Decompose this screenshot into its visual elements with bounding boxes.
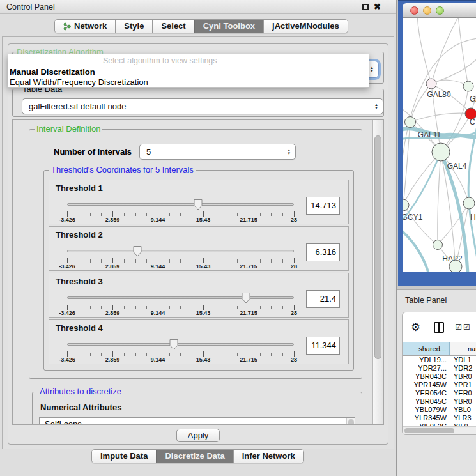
tick-label: 2.859 — [105, 263, 120, 270]
tab-item[interactable]: Network — [55, 20, 115, 33]
table-row[interactable]: YBR045C YBR0 — [403, 397, 476, 406]
num-intervals-combobox[interactable]: 5 ▲▼ — [139, 144, 296, 160]
tick-label: 21.715 — [240, 217, 257, 223]
zoom-traffic-light[interactable] — [436, 6, 444, 15]
threshold-label: Threshold 1 — [56, 183, 103, 193]
tick-label: 28 — [291, 357, 297, 363]
close-traffic-light[interactable] — [410, 6, 418, 15]
table-rows: YDL19... YDL1 YDR27... YDR2 YBR043C YBR0… — [403, 356, 476, 431]
vertical-scrollbar[interactable] — [372, 120, 383, 424]
tick-label: -3.426 — [59, 310, 75, 316]
table-header: shared... name — [403, 342, 476, 356]
slider-track[interactable] — [67, 203, 294, 206]
dropdown-option[interactable]: Equal Width/Frequency Discretization — [8, 77, 369, 88]
bottom-tab-item[interactable]: Discretize Data — [156, 450, 233, 463]
tick-label: 15.43 — [196, 217, 211, 223]
table-row[interactable]: YDR27... YDR2 — [403, 364, 476, 372]
list-scrollbar[interactable] — [346, 418, 355, 425]
slider-track[interactable] — [67, 296, 294, 299]
tick-label: 28 — [291, 217, 297, 223]
dropdown-option[interactable]: Manual Discretization — [8, 67, 369, 77]
discretize-card: Discretization Algorithm ▲▼ Table Data g… — [8, 43, 388, 445]
slider-thumb[interactable] — [241, 293, 251, 303]
bottom-tabstrip: Impute Data Discretize Data Infer Networ… — [91, 449, 304, 463]
threshold-value-field[interactable]: 11.344 — [306, 337, 340, 355]
table-data-combobox[interactable]: galFiltered.sif default node ▲▼ — [22, 98, 383, 114]
column-header-name[interactable]: name — [450, 342, 476, 355]
threshold-value-field[interactable]: 14.713 — [306, 197, 340, 215]
node-hap2 — [433, 240, 443, 250]
table-row[interactable]: YPR145W YPR1 — [403, 381, 476, 389]
slider-track[interactable] — [67, 250, 294, 252]
slider-thumb[interactable] — [193, 199, 203, 210]
num-intervals-label: Number of Intervals — [54, 147, 132, 157]
table-row[interactable]: YBR043C YBR0 — [403, 372, 476, 381]
threshold-value-field[interactable]: 21.4 — [306, 290, 340, 308]
combo-arrows-icon: ▲▼ — [374, 104, 378, 110]
threshold-row: Threshold 4 -3.426 2.859 9.144 15 — [49, 319, 349, 364]
apply-button[interactable]: Apply — [176, 429, 220, 442]
checkbox-icons[interactable]: ☑☑ — [455, 323, 472, 332]
tick-label: 2.859 — [105, 217, 120, 223]
hscrollbar-thumb[interactable] — [404, 428, 454, 433]
table-data-group: Table Data galFiltered.sif default node … — [12, 89, 384, 117]
threshold-row: Threshold 2 -3.426 2.859 9.144 15 — [49, 226, 349, 271]
tick-label: 15.43 — [196, 310, 211, 316]
threshold-row: Threshold 1 -3.426 2.859 9.144 15 — [49, 180, 349, 224]
tick-label: -3.426 — [59, 357, 75, 363]
node-gal11 — [405, 117, 416, 128]
number-of-intervals-row: Number of Intervals 5 ▲▼ — [54, 144, 355, 160]
panel-title: Control Panel — [6, 3, 55, 12]
threshold-value-field[interactable]: 6.316 — [306, 243, 340, 261]
tick-label: 21.715 — [240, 263, 257, 270]
scrollbar-thumb[interactable] — [374, 135, 381, 359]
tick-label: 28 — [291, 310, 297, 316]
table-row[interactable]: YLR345W YLR3 — [403, 414, 476, 422]
columns-icon[interactable] — [434, 322, 444, 333]
tab-item[interactable]: Style — [115, 20, 152, 33]
table-row[interactable]: YBL079W YBL0 — [403, 406, 476, 414]
svg-text:GAL80: GAL80 — [427, 90, 451, 99]
right-workspace: GAL80 GA C GAL11 GAL4 GCY1 H HAP2 Table … — [396, 0, 476, 476]
algorithm-dropdown-popup: Select algorithm to view settings Manual… — [8, 54, 369, 88]
tick-label: 15.43 — [196, 263, 211, 270]
slider-thumb[interactable] — [169, 339, 179, 350]
network-edges — [403, 18, 476, 266]
attributes-listbox: SelfLoopsTopologicalCoefficientBetweenne… — [39, 417, 355, 425]
bottom-tab-label: Discretize Data — [165, 450, 224, 463]
network-canvas[interactable]: GAL80 GA C GAL11 GAL4 GCY1 H HAP2 — [403, 18, 476, 272]
close-icon[interactable]: ✖ — [374, 2, 381, 12]
tick-label: 28 — [291, 263, 297, 270]
network-window-titlebar — [403, 3, 476, 18]
control-panel-titlebar: Control Panel ✖ — [0, 0, 396, 14]
slider-thumb[interactable] — [132, 246, 142, 257]
tab-item[interactable]: Select — [152, 20, 194, 33]
table-row[interactable]: YER054C YER0 — [403, 389, 476, 397]
interval-definition-group: Interval Definition Number of Intervals … — [29, 129, 362, 379]
column-header-shared[interactable]: shared... — [403, 342, 450, 355]
network-icon — [63, 22, 71, 31]
node-ga — [463, 81, 473, 91]
bottom-tab-item[interactable]: Impute Data — [92, 450, 156, 463]
thresholds-group: Threshold's Coordinates for 5 Intervals … — [43, 170, 354, 371]
gear-icon[interactable]: ⚙ — [411, 321, 420, 334]
table-row[interactable]: YDL19... YDL1 — [403, 356, 476, 364]
dropdown-placeholder: Select algorithm to view settings — [8, 56, 369, 67]
tab-item[interactable]: Cyni Toolbox — [194, 20, 263, 33]
svg-text:H: H — [470, 213, 476, 222]
svg-text:GAL11: GAL11 — [418, 130, 441, 139]
bottom-tab-item[interactable]: Infer Network — [233, 450, 303, 463]
minimize-traffic-light[interactable] — [423, 6, 431, 15]
float-panel-icon[interactable] — [362, 4, 369, 10]
num-intervals-value: 5 — [146, 147, 151, 157]
thresholds-group-label: Threshold's Coordinates for 5 Intervals — [49, 165, 196, 174]
attributes-items: SelfLoopsTopologicalCoefficientBetweenne… — [45, 419, 346, 425]
attribute-item[interactable]: SelfLoops — [45, 419, 346, 425]
table-panel-card: ⚙ ☑☑ shared... name YDL19... YDL1 YDR27.… — [402, 312, 476, 435]
top-tabstrip: Network Style Select Cyni Toolbox jActiv… — [54, 19, 348, 33]
tick-label: 21.715 — [240, 310, 257, 316]
tick-label: 9.144 — [151, 217, 165, 223]
horizontal-scrollbar[interactable] — [403, 426, 476, 434]
slider-track[interactable] — [67, 343, 294, 346]
tab-item[interactable]: jActiveMNodules — [263, 20, 348, 33]
